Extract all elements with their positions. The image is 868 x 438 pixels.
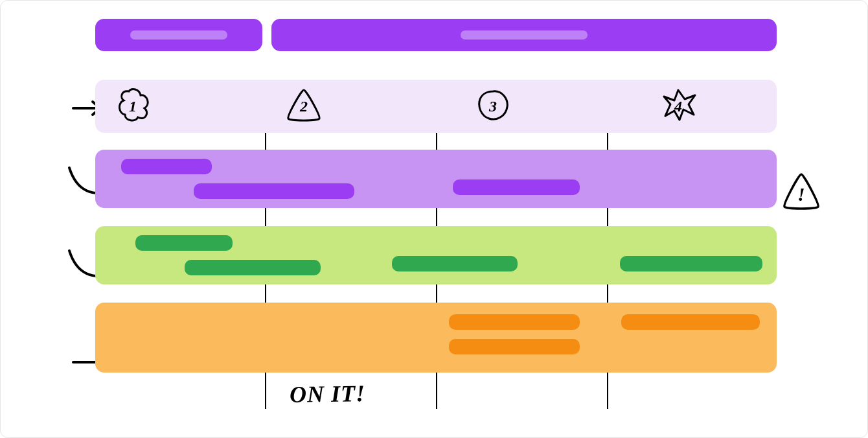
header-right-placeholder <box>461 30 588 40</box>
row-orange-item-2 <box>449 339 580 354</box>
row-green-item-3 <box>392 256 518 271</box>
columns-header-row: 1 2 3 4 <box>95 80 777 133</box>
annotation-on-it: ON IT! <box>290 380 366 408</box>
header-left-placeholder <box>130 30 227 40</box>
row-orange <box>95 303 777 373</box>
column-2-label: 2 <box>300 98 308 115</box>
row-orange-item-1 <box>449 314 580 330</box>
warning-text: ! <box>797 183 805 205</box>
row-green-item-1 <box>135 235 233 251</box>
row-purple-item-2 <box>194 183 354 199</box>
header-pill-right <box>271 19 777 51</box>
column-4-label: 4 <box>674 98 682 115</box>
column-1-label: 1 <box>129 98 137 115</box>
diagram-board: 1 2 3 4 <box>95 19 777 421</box>
header-pill-left <box>95 19 262 51</box>
column-3-label: 3 <box>489 98 497 115</box>
warning-icon: ! <box>781 170 822 213</box>
row-green-item-2 <box>185 260 321 275</box>
row-green-item-4 <box>620 256 762 271</box>
row-purple-item-3 <box>453 179 580 195</box>
row-orange-item-3 <box>621 314 760 330</box>
row-purple-item-1 <box>121 159 212 174</box>
row-green <box>95 226 777 284</box>
row-purple <box>95 150 777 208</box>
